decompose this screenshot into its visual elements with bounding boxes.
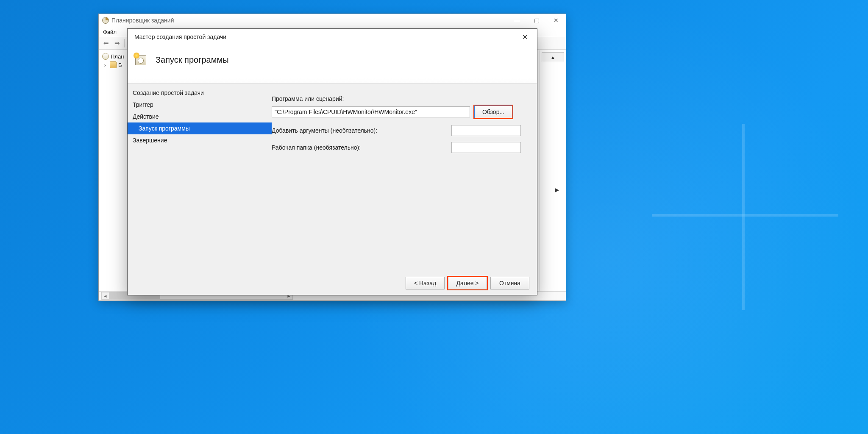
step-start-program[interactable]: Запуск программы: [128, 122, 272, 134]
browse-button[interactable]: Обзор...: [474, 106, 512, 118]
caret-right-icon[interactable]: ▶: [555, 187, 559, 193]
wizard-title: Мастер создания простой задачи: [134, 33, 226, 40]
workdir-input[interactable]: [451, 142, 521, 153]
wizard-steps: Создание простой задачи Триггер Действие…: [128, 83, 272, 271]
task-scheduler-icon: [102, 17, 109, 24]
maximize-button[interactable]: ▢: [527, 14, 546, 27]
toolbar-separator: [124, 39, 125, 47]
wizard-form: Программа или сценарий: Обзор... Добавит…: [272, 83, 537, 271]
create-task-wizard: Мастер создания простой задачи ✕ Запуск …: [127, 28, 537, 295]
cancel-button[interactable]: Отмена: [490, 277, 529, 289]
step-create-task[interactable]: Создание простой задачи: [128, 87, 272, 99]
wizard-heading: Запуск программы: [156, 55, 229, 65]
next-button[interactable]: Далее >: [448, 277, 487, 289]
folder-icon: [110, 61, 117, 68]
window-controls: — ▢ ✕: [507, 14, 566, 27]
actions-pane: ▲ ▶: [540, 50, 566, 291]
wizard-titlebar[interactable]: Мастер создания простой задачи ✕: [128, 29, 537, 45]
back-button[interactable]: < Назад: [406, 277, 445, 289]
scroll-left-icon[interactable]: ◄: [102, 292, 109, 299]
wizard-icon: [133, 52, 148, 67]
arguments-input[interactable]: [451, 125, 521, 136]
forward-icon[interactable]: ➡: [112, 39, 122, 48]
step-action[interactable]: Действие: [128, 111, 272, 122]
back-icon[interactable]: ⬅: [101, 39, 111, 48]
close-button[interactable]: ✕: [546, 14, 566, 27]
arguments-label: Добавить аргументы (необязательно):: [272, 127, 377, 134]
step-finish[interactable]: Завершение: [128, 134, 272, 146]
step-trigger[interactable]: Триггер: [128, 99, 272, 111]
menu-file[interactable]: Файл: [103, 29, 117, 35]
program-label: Программа или сценарий:: [272, 95, 529, 102]
expand-icon[interactable]: ›: [102, 62, 108, 68]
workdir-label: Рабочая папка (необязательно):: [272, 144, 361, 151]
tree-root-label: План: [111, 53, 124, 60]
parent-titlebar[interactable]: Планировщик заданий: [99, 14, 566, 27]
program-input[interactable]: [272, 106, 470, 117]
clock-icon: [102, 53, 109, 60]
minimize-button[interactable]: —: [507, 14, 527, 27]
parent-title: Планировщик заданий: [111, 17, 174, 24]
collapse-pane-button[interactable]: ▲: [542, 52, 564, 62]
wizard-header: Запуск программы: [128, 45, 537, 87]
wizard-close-button[interactable]: ✕: [517, 31, 532, 43]
tree-child-label: Б: [118, 62, 122, 68]
wizard-footer: < Назад Далее > Отмена: [128, 271, 537, 295]
